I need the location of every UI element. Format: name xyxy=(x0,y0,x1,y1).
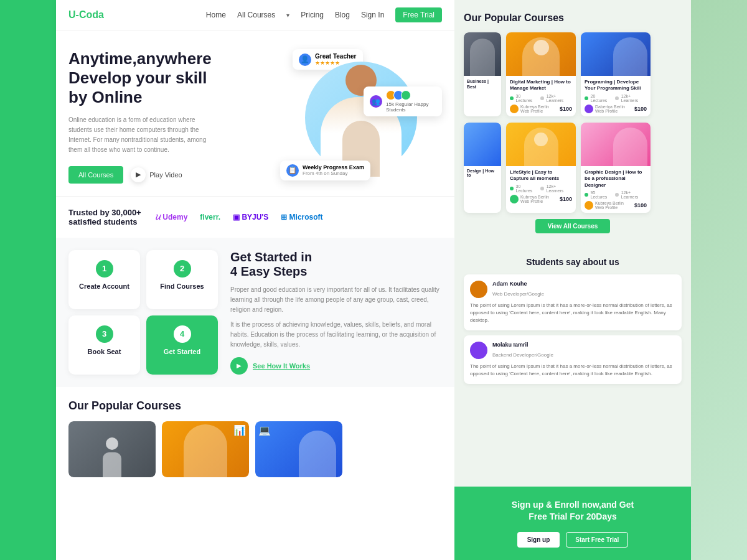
float-weekly-exam: 📋 Weekly Progress Exam From 4th on Sunda… xyxy=(280,161,370,180)
featured-course-row-2: Design | How to LifeStyle | Easy to Capt… xyxy=(464,123,682,213)
instructor-info-programming: Daberiya Berlin Web Profile xyxy=(595,105,625,113)
partial-thumb-2 xyxy=(464,123,501,166)
nav-signin[interactable]: Sign In xyxy=(361,11,384,19)
lectures-digital: 30 Lectures xyxy=(510,94,537,103)
get-started-content: Get Started in4 Easy Steps Proper and go… xyxy=(230,250,442,375)
step-card-1: 1 Create Account xyxy=(68,250,140,309)
partial-title: Business | Best xyxy=(467,78,498,90)
instructor-role-graphic: Web Profile xyxy=(595,205,624,210)
see-how-it-works: ▶ See How It Works xyxy=(230,357,442,375)
lectures-graphic: 95 Lectures xyxy=(585,190,611,199)
step-label-4: Get Started xyxy=(154,348,210,355)
cta-buttons: Sign up Start Free Trial xyxy=(464,532,682,548)
logo-highlight: U- xyxy=(68,9,79,20)
course-thumb-1[interactable] xyxy=(68,421,156,477)
course-card-partial[interactable]: Business | Best xyxy=(464,32,501,116)
course-title-digital: Digital Marketing | How to Manage Market xyxy=(510,79,572,92)
nav-free-trial[interactable]: Free Trial xyxy=(395,7,442,22)
steps-section: 1 Create Account 2 Find Courses 3 Book S… xyxy=(56,238,454,387)
avatar-3 xyxy=(401,90,411,100)
person-figure-2 xyxy=(184,424,227,477)
instructor-avatar-lifestyle xyxy=(510,195,519,203)
step-card-2: 2 Find Courses xyxy=(146,250,218,309)
play-video-button[interactable]: ▶ Play Video xyxy=(131,167,182,182)
partial-body-2: Design | How to xyxy=(464,166,501,180)
testimonial-avatar-1 xyxy=(470,281,487,298)
course-meta-lifestyle: 30 Lectures 12k+ Learners xyxy=(510,184,572,193)
testimonial-header-1: Adam Kouhe Web Developer/Google xyxy=(470,281,675,298)
partial-person xyxy=(470,39,495,76)
person-head-1 xyxy=(106,437,118,450)
instructor-row-graphic: Kubreya Berlin Web Profile $100 xyxy=(585,201,647,210)
course-thumb-digital xyxy=(506,32,576,76)
get-started-desc-2: It is the process of achieving knowledge… xyxy=(230,320,442,350)
hero-headline: Anytime,anywhere Develop your skill by O… xyxy=(68,49,274,108)
course-card-partial-2[interactable]: Design | How to xyxy=(464,123,501,213)
course-thumb-3[interactable]: 💻 xyxy=(255,421,342,477)
instructor-digital: Kubreya Berlin Web Profile xyxy=(510,105,549,113)
great-teacher-label: Great Teacher xyxy=(315,53,357,60)
course-thumb-2[interactable]: 📊 xyxy=(162,421,249,477)
dot-3 xyxy=(510,187,514,190)
course-card-programming[interactable]: Programing | Develope Your Programming S… xyxy=(581,32,651,116)
float-happy-students: 👥 15k Regular Happy Students xyxy=(364,86,442,116)
instructor-graphic: Kubreya Berlin Web Profile xyxy=(585,201,624,210)
lectures-lifestyle: 30 Lectures xyxy=(510,184,537,193)
instructor-row-programming: Daberiya Berlin Web Profile $100 xyxy=(585,105,647,113)
learners-programming: 12k+ Learners xyxy=(615,94,647,103)
course-card-body-graphic: Graphic Design | How to be a professiona… xyxy=(581,166,651,213)
instructor-name-graphic: Kubreya Berlin xyxy=(595,201,624,205)
dot-gray-icon xyxy=(540,96,544,100)
hero-image-area: 👤 Great Teacher ★★★★★ xyxy=(280,49,442,184)
learners-graphic: 12k+ Learners xyxy=(615,190,647,199)
learners-digital: 12k+ Learners xyxy=(540,94,572,103)
instructor-role-digital: Web Profile xyxy=(520,109,549,113)
price-lifestyle: $100 xyxy=(560,196,572,202)
lifestyle-person xyxy=(524,128,558,166)
testimonial-card-1: Adam Kouhe Web Developer/Google The poin… xyxy=(464,274,682,330)
instructor-role-lifestyle: Web Profile xyxy=(520,199,549,203)
nav-all-courses[interactable]: All Courses xyxy=(237,11,275,19)
see-how-link[interactable]: See How It Works xyxy=(253,362,310,370)
all-courses-button[interactable]: All Courses xyxy=(68,166,123,184)
nav-pricing[interactable]: Pricing xyxy=(301,11,324,19)
logo: U-Coda xyxy=(68,9,104,21)
course-thumb-programming xyxy=(581,32,651,76)
courses-grid: 📊 💻 xyxy=(68,421,442,477)
view-all-button[interactable]: View All Courses xyxy=(535,219,611,233)
microsoft-logo: ⊞ Microsoft xyxy=(281,213,322,222)
get-started-desc-1: Proper and good education is very import… xyxy=(230,285,442,315)
course-thumb-img-2: 📊 xyxy=(162,421,249,477)
instructor-role-programming: Web Profile xyxy=(595,109,625,113)
get-started-heading: Get Started in4 Easy Steps xyxy=(230,250,442,279)
see-how-play-icon[interactable]: ▶ xyxy=(230,357,248,375)
instructor-row-lifestyle: Kubreya Berlin Web Profile $100 xyxy=(510,195,572,203)
left-panel: U-Coda Home All Courses ▾ Pricing Blog S… xyxy=(56,0,454,560)
course-card-body-programming: Programing | Develope Your Programming S… xyxy=(581,76,651,116)
cta-free-trial-button[interactable]: Start Free Trial xyxy=(566,532,628,548)
trusted-section: Trusted by 30,000+ satisfied students 𝓤 … xyxy=(56,196,454,238)
instructor-info-graphic: Kubreya Berlin Web Profile xyxy=(595,201,624,210)
course-thumb-img-3: 💻 xyxy=(255,421,342,477)
course-card-lifestyle[interactable]: LifeStyle | Easy to Capture all moments … xyxy=(506,123,576,213)
exam-title: Weekly Progress Exam xyxy=(303,164,364,170)
instructor-lifestyle: Kubreya Berlin Web Profile xyxy=(510,195,549,203)
testimonials-section: Students say about us Adam Kouhe Web Dev… xyxy=(454,248,691,398)
person-figure-1 xyxy=(96,434,128,477)
testimonials-title: Students say about us xyxy=(464,257,682,267)
nav-blog[interactable]: Blog xyxy=(335,11,350,19)
hero-description: Online education is a form of education … xyxy=(68,115,218,155)
price-graphic: $100 xyxy=(634,202,647,208)
partial-title-2: Design | How to xyxy=(467,169,498,177)
nav-home[interactable]: Home xyxy=(206,11,226,19)
course-thumb-lifestyle xyxy=(506,123,576,166)
byjus-logo: ▣ BYJU'S xyxy=(233,213,268,222)
instructor-name-lifestyle: Kubreya Berlin xyxy=(520,195,549,199)
hero-section: Anytime,anywhere Develop your skill by O… xyxy=(56,30,454,196)
dot-gray-4 xyxy=(615,193,619,197)
cta-signup-button[interactable]: Sign up xyxy=(517,532,560,548)
instructor-name-programming: Daberiya Berlin xyxy=(595,105,625,109)
course-card-digital-marketing[interactable]: Digital Marketing | How to Manage Market… xyxy=(506,32,576,116)
course-card-graphic[interactable]: Graphic Design | How to be a professiona… xyxy=(581,123,651,213)
programming-person xyxy=(613,37,647,76)
